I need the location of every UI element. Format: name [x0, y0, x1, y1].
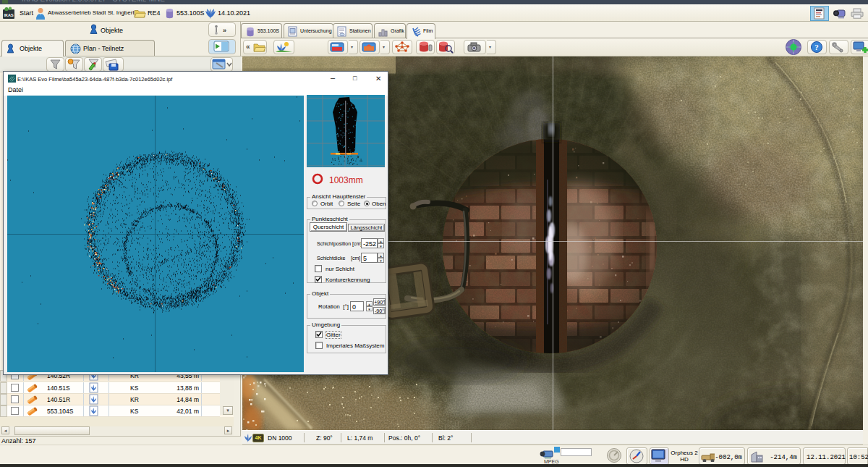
svg-text:IKAS: IKAS	[4, 13, 13, 17]
svg-text:»: »	[223, 27, 226, 34]
svg-text:?: ?	[814, 43, 819, 51]
